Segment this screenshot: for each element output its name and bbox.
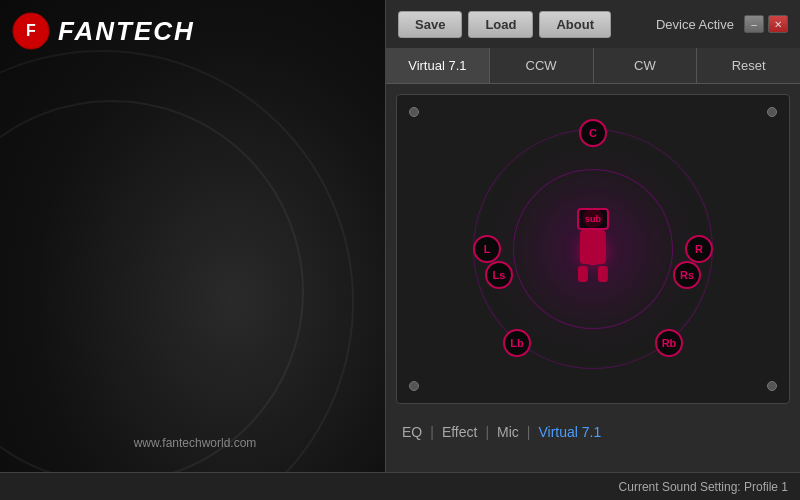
surround-container: ● C L R Ls [463, 119, 723, 379]
svg-rect-3 [580, 230, 606, 264]
corner-decoration-bl [409, 381, 419, 391]
corner-decoration-tl [409, 107, 419, 117]
tab-cw[interactable]: CW [594, 48, 698, 83]
svg-rect-4 [578, 266, 588, 282]
window-controls: – ✕ [744, 15, 788, 33]
channel-Rb[interactable]: Rb [655, 329, 683, 357]
tab-ccw[interactable]: CCW [490, 48, 594, 83]
minimize-button[interactable]: – [744, 15, 764, 33]
channel-Ls[interactable]: Ls [485, 261, 513, 289]
tab-virtual71[interactable]: Virtual 7.1 [386, 48, 490, 83]
toolbar: Save Load About Device Active – ✕ [386, 0, 800, 48]
status-text: Current Sound Setting: Profile 1 [619, 480, 788, 494]
separator-1: | [426, 424, 438, 440]
separator-3: | [523, 424, 535, 440]
load-button[interactable]: Load [468, 11, 533, 38]
device-status-text: Device Active [656, 17, 734, 32]
background-panel: F FANTECH www.fantechworld.com [0, 0, 390, 500]
svg-text:F: F [26, 22, 36, 39]
channel-C[interactable]: C [579, 119, 607, 147]
channel-sub[interactable]: sub [577, 208, 609, 230]
fantech-logo-icon: F [12, 12, 50, 50]
bottom-tab-mic[interactable]: Mic [493, 422, 523, 442]
channel-Lb[interactable]: Lb [503, 329, 531, 357]
bottom-tabs: EQ | Effect | Mic | Virtual 7.1 [386, 414, 800, 450]
main-panel: Save Load About Device Active – ✕ Virtua… [385, 0, 800, 500]
logo-area: F FANTECH [12, 12, 195, 50]
save-button[interactable]: Save [398, 11, 462, 38]
status-bar: Current Sound Setting: Profile 1 [0, 472, 800, 500]
bottom-tab-eq[interactable]: EQ [398, 422, 426, 442]
channel-R[interactable]: R [685, 235, 713, 263]
corner-decoration-br [767, 381, 777, 391]
device-status: Device Active – ✕ [656, 15, 788, 33]
nav-tabs: Virtual 7.1 CCW CW Reset [386, 48, 800, 84]
website-label: www.fantechworld.com [134, 436, 257, 450]
bottom-tab-virtual71[interactable]: Virtual 7.1 [534, 422, 605, 442]
corner-decoration-tr [767, 107, 777, 117]
close-button[interactable]: ✕ [768, 15, 788, 33]
tab-reset[interactable]: Reset [697, 48, 800, 83]
svg-rect-5 [598, 266, 608, 282]
logo-text: FANTECH [58, 16, 195, 47]
bottom-tab-effect[interactable]: Effect [438, 422, 482, 442]
separator-2: | [481, 424, 493, 440]
about-button[interactable]: About [539, 11, 611, 38]
channel-Rs[interactable]: Rs [673, 261, 701, 289]
channel-L[interactable]: L [473, 235, 501, 263]
surround-visualization: ● C L R Ls [396, 94, 790, 404]
